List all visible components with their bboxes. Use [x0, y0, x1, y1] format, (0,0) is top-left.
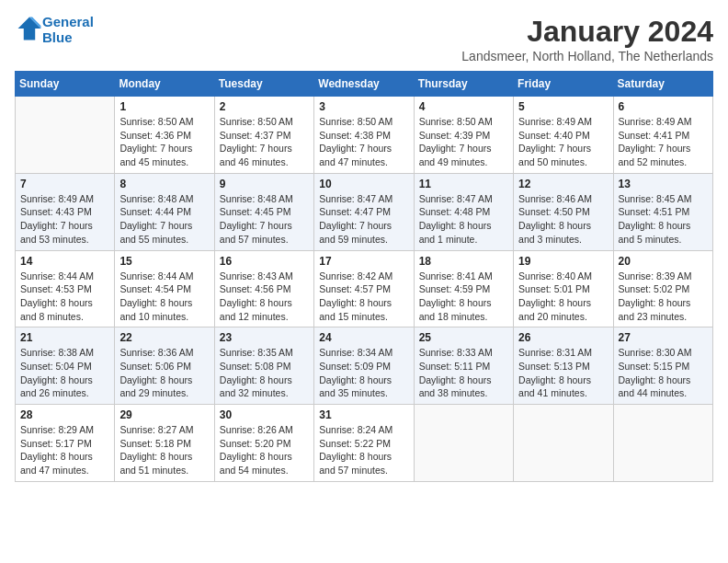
- weekday-header-thursday: Thursday: [414, 72, 513, 97]
- day-number: 2: [220, 100, 309, 113]
- logo-line2: Blue: [42, 30, 94, 46]
- day-number: 1: [119, 100, 209, 113]
- location: Landsmeer, North Holland, The Netherland…: [461, 49, 713, 63]
- calendar-cell: 15Sunrise: 8:44 AMSunset: 4:54 PMDayligh…: [115, 250, 214, 327]
- calendar-cell: 23Sunrise: 8:35 AMSunset: 5:08 PMDayligh…: [214, 327, 313, 405]
- calendar-cell: 12Sunrise: 8:46 AMSunset: 4:50 PMDayligh…: [514, 173, 613, 250]
- day-info: Sunrise: 8:47 AMSunset: 4:47 PMDaylight:…: [319, 192, 408, 247]
- day-number: 26: [518, 331, 608, 344]
- calendar-cell: 1Sunrise: 8:50 AMSunset: 4:36 PMDaylight…: [115, 97, 214, 174]
- day-number: 4: [419, 100, 508, 113]
- weekday-header-wednesday: Wednesday: [314, 72, 414, 97]
- day-info: Sunrise: 8:41 AMSunset: 4:59 PMDaylight:…: [419, 270, 508, 324]
- day-number: 21: [20, 331, 109, 344]
- day-number: 8: [119, 178, 209, 190]
- day-info: Sunrise: 8:29 AMSunset: 5:17 PMDaylight:…: [20, 423, 109, 477]
- calendar-cell: 11Sunrise: 8:47 AMSunset: 4:48 PMDayligh…: [414, 173, 513, 250]
- day-info: Sunrise: 8:49 AMSunset: 4:43 PMDaylight:…: [20, 192, 109, 247]
- calendar-cell: 16Sunrise: 8:43 AMSunset: 4:56 PMDayligh…: [214, 250, 313, 327]
- week-row-5: 28Sunrise: 8:29 AMSunset: 5:17 PMDayligh…: [16, 405, 713, 482]
- calendar-cell: 5Sunrise: 8:49 AMSunset: 4:40 PMDaylight…: [514, 97, 613, 174]
- weekday-header-friday: Friday: [514, 72, 613, 97]
- day-number: 31: [319, 408, 408, 421]
- week-row-4: 21Sunrise: 8:38 AMSunset: 5:04 PMDayligh…: [16, 327, 713, 405]
- calendar-cell: 10Sunrise: 8:47 AMSunset: 4:47 PMDayligh…: [314, 173, 414, 250]
- day-info: Sunrise: 8:31 AMSunset: 5:13 PMDaylight:…: [518, 346, 608, 400]
- calendar-cell: 30Sunrise: 8:26 AMSunset: 5:20 PMDayligh…: [214, 405, 313, 482]
- day-number: 5: [518, 100, 608, 113]
- day-number: 29: [119, 408, 209, 421]
- week-row-2: 7Sunrise: 8:49 AMSunset: 4:43 PMDaylight…: [16, 173, 713, 250]
- day-info: Sunrise: 8:26 AMSunset: 5:20 PMDaylight:…: [220, 423, 309, 477]
- day-info: Sunrise: 8:50 AMSunset: 4:37 PMDaylight:…: [220, 115, 309, 169]
- calendar-cell: [16, 97, 115, 174]
- week-row-3: 14Sunrise: 8:44 AMSunset: 4:53 PMDayligh…: [16, 250, 713, 327]
- day-number: 23: [220, 331, 309, 344]
- calendar-cell: 17Sunrise: 8:42 AMSunset: 4:57 PMDayligh…: [314, 250, 414, 327]
- logo: General Blue: [15, 15, 94, 45]
- day-number: 11: [419, 178, 508, 190]
- day-info: Sunrise: 8:39 AMSunset: 5:02 PMDaylight:…: [619, 270, 708, 324]
- calendar-cell: 22Sunrise: 8:36 AMSunset: 5:06 PMDayligh…: [115, 327, 214, 405]
- day-info: Sunrise: 8:48 AMSunset: 4:45 PMDaylight:…: [220, 192, 309, 247]
- day-info: Sunrise: 8:34 AMSunset: 5:09 PMDaylight:…: [319, 346, 408, 400]
- day-info: Sunrise: 8:40 AMSunset: 5:01 PMDaylight:…: [518, 270, 608, 324]
- day-info: Sunrise: 8:45 AMSunset: 4:51 PMDaylight:…: [619, 192, 708, 247]
- day-info: Sunrise: 8:46 AMSunset: 4:50 PMDaylight:…: [518, 192, 608, 247]
- day-number: 24: [319, 331, 408, 344]
- calendar-cell: 26Sunrise: 8:31 AMSunset: 5:13 PMDayligh…: [514, 327, 613, 405]
- calendar-cell: 19Sunrise: 8:40 AMSunset: 5:01 PMDayligh…: [514, 250, 613, 327]
- day-info: Sunrise: 8:42 AMSunset: 4:57 PMDaylight:…: [319, 270, 408, 324]
- day-info: Sunrise: 8:27 AMSunset: 5:18 PMDaylight:…: [119, 423, 209, 477]
- day-info: Sunrise: 8:35 AMSunset: 5:08 PMDaylight:…: [220, 346, 309, 400]
- day-number: 19: [518, 255, 608, 268]
- weekday-header-tuesday: Tuesday: [214, 72, 313, 97]
- day-info: Sunrise: 8:47 AMSunset: 4:48 PMDaylight:…: [419, 192, 508, 247]
- calendar-cell: 25Sunrise: 8:33 AMSunset: 5:11 PMDayligh…: [414, 327, 513, 405]
- calendar-cell: 4Sunrise: 8:50 AMSunset: 4:39 PMDaylight…: [414, 97, 513, 174]
- day-info: Sunrise: 8:33 AMSunset: 5:11 PMDaylight:…: [419, 346, 508, 400]
- day-info: Sunrise: 8:43 AMSunset: 4:56 PMDaylight:…: [220, 270, 309, 324]
- calendar-cell: [613, 405, 712, 482]
- weekday-header-monday: Monday: [115, 72, 214, 97]
- day-number: 10: [319, 178, 408, 190]
- calendar-cell: 8Sunrise: 8:48 AMSunset: 4:44 PMDaylight…: [115, 173, 214, 250]
- title-block: January 2024 Landsmeer, North Holland, T…: [461, 15, 713, 63]
- calendar-cell: 7Sunrise: 8:49 AMSunset: 4:43 PMDaylight…: [16, 173, 115, 250]
- calendar-cell: 3Sunrise: 8:50 AMSunset: 4:38 PMDaylight…: [314, 97, 414, 174]
- day-number: 3: [319, 100, 408, 113]
- weekday-header-row: SundayMondayTuesdayWednesdayThursdayFrid…: [16, 72, 713, 97]
- day-info: Sunrise: 8:49 AMSunset: 4:41 PMDaylight:…: [619, 115, 708, 169]
- day-info: Sunrise: 8:44 AMSunset: 4:53 PMDaylight:…: [20, 270, 109, 324]
- day-info: Sunrise: 8:48 AMSunset: 4:44 PMDaylight:…: [119, 192, 209, 247]
- day-number: 12: [518, 178, 608, 190]
- calendar-cell: 24Sunrise: 8:34 AMSunset: 5:09 PMDayligh…: [314, 327, 414, 405]
- day-number: 18: [419, 255, 508, 268]
- day-number: 13: [619, 178, 708, 190]
- day-number: 20: [619, 255, 708, 268]
- calendar-cell: 21Sunrise: 8:38 AMSunset: 5:04 PMDayligh…: [16, 327, 115, 405]
- day-number: 22: [119, 331, 209, 344]
- day-number: 7: [20, 178, 109, 190]
- day-info: Sunrise: 8:24 AMSunset: 5:22 PMDaylight:…: [319, 423, 408, 477]
- day-number: 16: [220, 255, 309, 268]
- day-info: Sunrise: 8:50 AMSunset: 4:38 PMDaylight:…: [319, 115, 408, 169]
- day-number: 15: [119, 255, 209, 268]
- day-info: Sunrise: 8:36 AMSunset: 5:06 PMDaylight:…: [119, 346, 209, 400]
- calendar-table: SundayMondayTuesdayWednesdayThursdayFrid…: [15, 71, 713, 482]
- day-info: Sunrise: 8:50 AMSunset: 4:36 PMDaylight:…: [119, 115, 209, 169]
- day-info: Sunrise: 8:50 AMSunset: 4:39 PMDaylight:…: [419, 115, 508, 169]
- weekday-header-sunday: Sunday: [16, 72, 115, 97]
- week-row-1: 1Sunrise: 8:50 AMSunset: 4:36 PMDaylight…: [16, 97, 713, 174]
- calendar-cell: 27Sunrise: 8:30 AMSunset: 5:15 PMDayligh…: [613, 327, 712, 405]
- svg-marker-0: [18, 17, 41, 40]
- page-header: General Blue January 2024 Landsmeer, Nor…: [15, 15, 713, 63]
- day-number: 30: [220, 408, 309, 421]
- weekday-header-saturday: Saturday: [613, 72, 712, 97]
- day-number: 14: [20, 255, 109, 268]
- day-number: 9: [220, 178, 309, 190]
- calendar-cell: 18Sunrise: 8:41 AMSunset: 4:59 PMDayligh…: [414, 250, 513, 327]
- day-number: 28: [20, 408, 109, 421]
- day-info: Sunrise: 8:44 AMSunset: 4:54 PMDaylight:…: [119, 270, 209, 324]
- calendar-cell: 20Sunrise: 8:39 AMSunset: 5:02 PMDayligh…: [613, 250, 712, 327]
